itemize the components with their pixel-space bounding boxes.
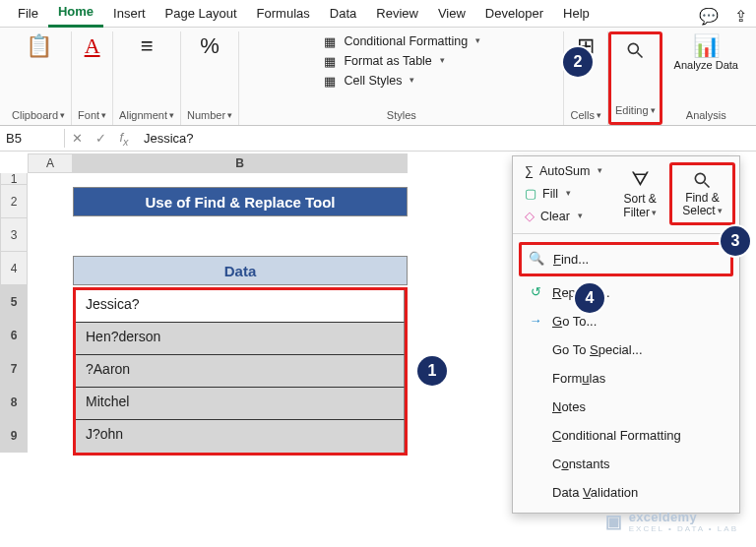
menu-conditional-formatting[interactable]: Conditional Formatting: [513, 421, 739, 450]
enter-formula-icon[interactable]: ✓: [89, 131, 112, 146]
row-header-3[interactable]: 3: [0, 218, 28, 252]
fill-icon: ▢: [525, 186, 536, 201]
tab-insert[interactable]: Insert: [103, 2, 156, 27]
row-header-9[interactable]: 9: [0, 419, 28, 453]
conditional-formatting-icon: ▦: [322, 34, 338, 48]
cell-B8[interactable]: Mitchel: [76, 388, 405, 420]
row-header-4[interactable]: 4: [0, 252, 28, 285]
editing-label[interactable]: Editing: [615, 102, 656, 120]
comments-icon[interactable]: 💬: [695, 5, 723, 27]
tab-view[interactable]: View: [428, 2, 475, 27]
row-header-8[interactable]: 8: [0, 386, 28, 419]
svg-line-1: [638, 53, 643, 58]
menu-data-validation[interactable]: Data Validation: [513, 478, 739, 507]
format-as-table-icon: ▦: [322, 54, 338, 68]
ribbon: 📋 Clipboard A Font ≡ Alignment % Number …: [0, 28, 756, 126]
tab-formulas[interactable]: Formulas: [247, 2, 320, 27]
analyze-data-label: Analyze Data: [674, 59, 738, 71]
menu-formulas[interactable]: Formulas: [513, 364, 739, 393]
conditional-formatting-button[interactable]: ▦Conditional Formatting: [318, 33, 484, 49]
number-label[interactable]: Number: [187, 107, 232, 125]
conditional-formatting-label: Conditional Formatting: [344, 34, 468, 48]
row-headers: 1 2 3 4 5 6 7 8 9: [0, 173, 28, 527]
callout-1: 1: [417, 356, 447, 386]
data-selection[interactable]: Jessica? Hen?derson ?Aaron Mitchel J?ohn: [73, 287, 408, 456]
cell-B6[interactable]: Hen?derson: [76, 323, 405, 355]
sort-filter-button[interactable]: ᗊ Sort & Filter: [610, 162, 669, 225]
alignment-button[interactable]: ≡: [135, 31, 159, 61]
group-analysis: 📊Analyze Data Analysis: [662, 31, 750, 125]
alignment-label[interactable]: Alignment: [119, 107, 174, 125]
tab-file[interactable]: File: [8, 2, 48, 27]
sigma-icon: ∑: [525, 164, 534, 178]
menu-goto[interactable]: →Go To...: [513, 307, 739, 335]
menu-notes[interactable]: Notes: [513, 393, 739, 421]
find-select-label: Find & Select: [676, 192, 728, 217]
watermark-brand: exceldemy: [629, 510, 697, 524]
cancel-formula-icon[interactable]: ✕: [65, 131, 89, 146]
row-header-2[interactable]: 2: [0, 185, 28, 218]
tab-help[interactable]: Help: [553, 2, 599, 27]
group-number: % Number: [181, 31, 239, 125]
fill-button[interactable]: ▢Fill: [521, 184, 606, 203]
editing-dropdown-panel: ∑AutoSum ▢Fill ◇Clear ᗊ Sort & Filter Fi…: [512, 155, 740, 514]
replace-icon: ↺: [527, 284, 544, 299]
cell-B5[interactable]: Jessica?: [76, 290, 405, 323]
col-header-A[interactable]: A: [28, 153, 73, 173]
search-icon: [692, 170, 712, 190]
fill-label: Fill: [542, 187, 558, 201]
tab-review[interactable]: Review: [366, 2, 428, 27]
cells-label[interactable]: Cells: [570, 107, 600, 125]
watermark-sub: EXCEL • DATA • LAB: [629, 524, 738, 533]
row-header-7[interactable]: 7: [0, 352, 28, 386]
font-button[interactable]: A: [79, 31, 106, 61]
menu-replace[interactable]: ↺Replace...: [513, 278, 739, 307]
cell-B7[interactable]: ?Aaron: [76, 355, 405, 388]
fx-icon[interactable]: fx: [112, 130, 136, 148]
clear-label: Clear: [540, 210, 570, 223]
share-icon[interactable]: ⇪: [726, 5, 754, 27]
number-button[interactable]: %: [194, 31, 225, 61]
formula-bar[interactable]: Jessica?: [136, 129, 756, 148]
autosum-button[interactable]: ∑AutoSum: [521, 162, 606, 180]
clipboard-icon: 📋: [26, 35, 52, 57]
sort-filter-icon: ᗊ: [631, 168, 650, 191]
clipboard-button[interactable]: 📋: [20, 31, 58, 61]
cell-styles-icon: ▦: [322, 74, 338, 88]
tab-home[interactable]: Home: [48, 0, 103, 28]
name-box[interactable]: B5: [0, 129, 65, 148]
formula-bar-row: B5 ✕ ✓ fx Jessica?: [0, 126, 756, 152]
col-header-B[interactable]: B: [73, 153, 408, 173]
menu-find[interactable]: 🔍Find...: [519, 242, 733, 276]
font-label[interactable]: Font: [78, 107, 106, 125]
clear-button[interactable]: ◇Clear: [521, 207, 606, 225]
find-select-button[interactable]: Find & Select: [669, 162, 735, 225]
menu-tab-bar: File Home Insert Page Layout Formulas Da…: [0, 0, 756, 28]
analysis-group-label: Analysis: [686, 107, 726, 125]
group-font: A Font: [72, 31, 113, 125]
sheet-cells[interactable]: Use of Find & Replace Tool Data Jessica?…: [28, 173, 539, 527]
tab-page-layout[interactable]: Page Layout: [156, 2, 247, 27]
search-icon: 🔍: [528, 251, 545, 266]
watermark-icon: ▣: [605, 511, 622, 532]
goto-icon: →: [527, 313, 544, 328]
alignment-icon: ≡: [141, 35, 154, 57]
menu-goto-special[interactable]: Go To Special...: [513, 335, 739, 364]
data-header-cell[interactable]: Data: [73, 256, 408, 285]
analyze-data-button[interactable]: 📊Analyze Data: [668, 31, 744, 75]
tab-data[interactable]: Data: [320, 2, 366, 27]
svg-point-2: [696, 173, 706, 183]
callout-4: 4: [575, 283, 604, 313]
menu-constants[interactable]: Constants: [513, 450, 739, 478]
row-header-5[interactable]: 5: [0, 285, 28, 319]
cell-B9[interactable]: J?ohn: [76, 420, 405, 453]
clipboard-label[interactable]: Clipboard: [12, 107, 65, 125]
row-header-6[interactable]: 6: [0, 319, 28, 352]
group-editing: Editing: [608, 31, 662, 125]
format-as-table-button[interactable]: ▦Format as Table: [318, 53, 484, 69]
title-cell[interactable]: Use of Find & Replace Tool: [73, 187, 408, 216]
tab-developer[interactable]: Developer: [475, 2, 553, 27]
row-header-1[interactable]: 1: [0, 173, 28, 185]
editing-button[interactable]: [619, 36, 651, 64]
cell-styles-button[interactable]: ▦Cell Styles: [318, 73, 484, 89]
